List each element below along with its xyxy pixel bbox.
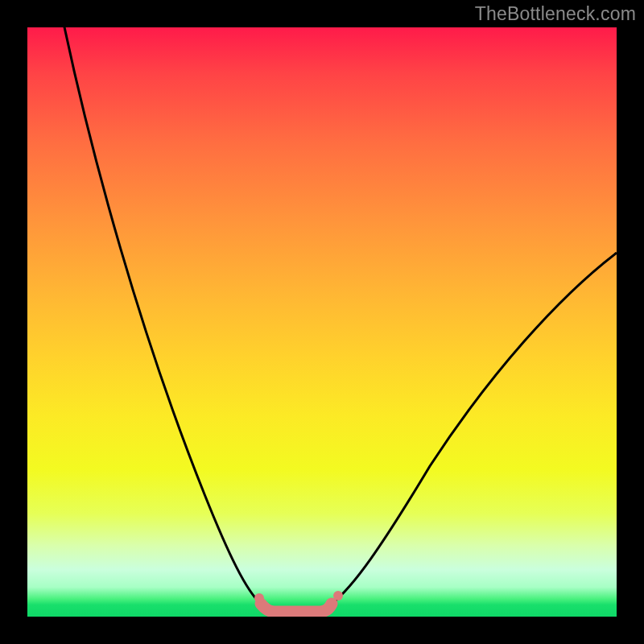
marker-dot-left	[254, 593, 264, 603]
chart-frame: TheBottleneck.com	[0, 0, 644, 644]
curve-left-branch	[64, 27, 261, 604]
marker-dot-right-2	[333, 591, 343, 601]
plot-area	[27, 27, 617, 617]
bottleneck-curve	[27, 27, 617, 617]
watermark-text: TheBottleneck.com	[475, 3, 636, 25]
curve-right-branch	[332, 253, 617, 604]
curve-flat-bottom	[261, 604, 332, 612]
